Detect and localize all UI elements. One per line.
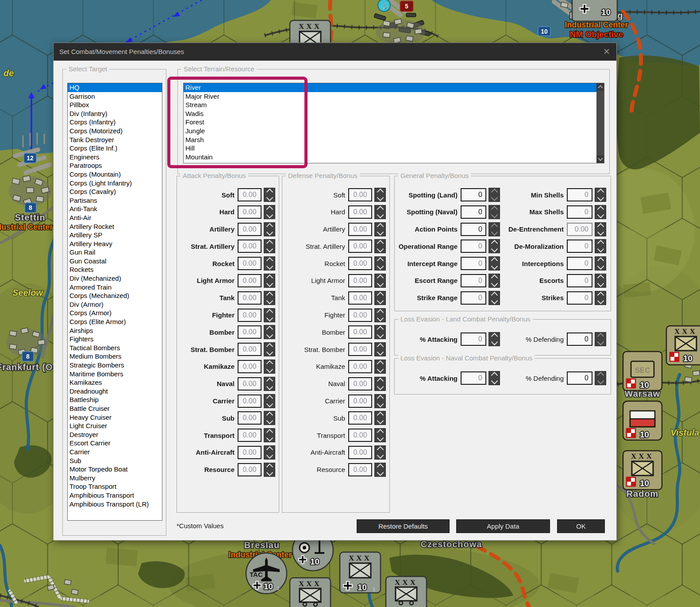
target-list-item[interactable]: Engineers bbox=[68, 153, 162, 162]
spinner[interactable] bbox=[374, 428, 386, 442]
spinner[interactable] bbox=[374, 445, 386, 460]
unit-konigsberg-chip[interactable]: 10 bbox=[572, 0, 617, 21]
spinner[interactable] bbox=[595, 205, 606, 219]
attack-value-input[interactable]: 0.00 bbox=[238, 411, 262, 425]
spinner[interactable] bbox=[264, 274, 275, 288]
terrain-scrollbar[interactable] bbox=[596, 83, 604, 163]
spinner[interactable] bbox=[264, 445, 275, 460]
defense-value-input[interactable]: 0.00 bbox=[348, 223, 372, 236]
target-list-item[interactable]: Battleship bbox=[68, 395, 162, 404]
spinner[interactable] bbox=[488, 205, 500, 219]
defense-value-input[interactable]: 0.00 bbox=[348, 429, 372, 442]
target-list-item[interactable]: Corps (Cavalry) bbox=[68, 187, 162, 196]
target-list-item[interactable]: Pillbox bbox=[68, 101, 162, 109]
spinner[interactable] bbox=[264, 325, 275, 339]
target-list-item[interactable]: Kamikazes bbox=[68, 378, 162, 387]
attack-value-input[interactable]: 0.00 bbox=[238, 343, 262, 356]
target-list-item[interactable]: Corps (Armor) bbox=[68, 309, 162, 317]
spinner[interactable] bbox=[264, 360, 275, 374]
attack-value-input[interactable]: 0.00 bbox=[238, 377, 262, 390]
target-list-item[interactable]: Light Cruiser bbox=[68, 421, 162, 430]
spinner[interactable] bbox=[595, 274, 606, 288]
loss-naval-attacking-input[interactable]: 0 bbox=[461, 371, 486, 385]
target-list-item[interactable]: Anti-Tank bbox=[68, 205, 162, 213]
target-list-item[interactable]: Airships bbox=[68, 326, 162, 335]
general-right-value-input[interactable]: 0 bbox=[567, 257, 592, 270]
unit-polish-corps-south[interactable]: XXX 10 bbox=[623, 451, 662, 490]
target-list-item[interactable]: Artillery Rocket bbox=[68, 222, 162, 231]
spinner[interactable] bbox=[374, 256, 386, 271]
attack-value-input[interactable]: 0.00 bbox=[238, 360, 262, 373]
spinner[interactable] bbox=[595, 188, 606, 202]
general-left-value-input[interactable]: 0 bbox=[461, 205, 486, 219]
defense-value-input[interactable]: 0.00 bbox=[348, 240, 372, 253]
spinner[interactable] bbox=[264, 205, 275, 219]
spinner[interactable] bbox=[264, 188, 275, 202]
attack-value-input[interactable]: 0.00 bbox=[238, 446, 262, 459]
loss-naval-defending-input[interactable]: 0 bbox=[567, 371, 592, 385]
defense-value-input[interactable]: 0.00 bbox=[348, 343, 372, 356]
general-right-value-input[interactable]: 0 bbox=[567, 274, 592, 287]
spinner[interactable] bbox=[595, 291, 606, 305]
defense-value-input[interactable]: 0.00 bbox=[348, 309, 372, 322]
target-list-item[interactable]: Corps (Mountain) bbox=[68, 170, 162, 179]
spinner[interactable] bbox=[488, 332, 500, 346]
spinner[interactable] bbox=[264, 256, 275, 271]
target-list-item[interactable]: Destroyer bbox=[68, 430, 162, 439]
unit-polish-security[interactable]: SEC 10 bbox=[623, 352, 662, 390]
target-list-item[interactable]: Corps (Infantry) bbox=[68, 118, 162, 127]
spinner[interactable] bbox=[374, 325, 386, 339]
target-list-item[interactable]: Amphibious Transport (LR) bbox=[68, 500, 162, 509]
target-list-item[interactable]: Maritime Bombers bbox=[68, 370, 162, 379]
spinner[interactable] bbox=[374, 411, 386, 425]
defense-value-input[interactable]: 0.00 bbox=[348, 325, 372, 339]
attack-value-input[interactable]: 0.00 bbox=[238, 188, 262, 201]
spinner[interactable] bbox=[374, 188, 386, 202]
target-list-item[interactable]: Mulberry bbox=[68, 474, 162, 483]
target-list-item[interactable]: Div (Infantry) bbox=[68, 109, 162, 118]
spinner[interactable] bbox=[488, 239, 500, 253]
target-list-item[interactable]: Corps (Elite Armor) bbox=[68, 317, 162, 326]
target-list-item[interactable]: Motor Torpedo Boat bbox=[68, 465, 162, 474]
general-left-value-input[interactable]: 0 bbox=[461, 188, 486, 201]
general-right-value-input[interactable]: 0 bbox=[567, 240, 592, 253]
spinner[interactable] bbox=[264, 428, 275, 442]
target-list-item[interactable]: Escort Carrier bbox=[68, 439, 162, 448]
spinner[interactable] bbox=[595, 371, 606, 385]
spinner[interactable] bbox=[374, 308, 386, 322]
spinner[interactable] bbox=[374, 342, 386, 356]
scroll-up-button[interactable] bbox=[596, 83, 604, 91]
target-list-item[interactable]: Troop Transport bbox=[68, 482, 162, 491]
spinner[interactable] bbox=[374, 463, 386, 477]
target-list-item[interactable]: Heavy Cruiser bbox=[68, 413, 162, 422]
spinner[interactable] bbox=[595, 222, 606, 236]
unit-polish-corps-north[interactable]: XXX 10 bbox=[666, 326, 700, 365]
target-list-item[interactable]: Div (Armor) bbox=[68, 300, 162, 309]
general-right-value-input[interactable]: 0 bbox=[567, 291, 592, 305]
spinner[interactable] bbox=[488, 188, 500, 202]
defense-value-input[interactable]: 0.00 bbox=[348, 377, 372, 390]
spinner[interactable] bbox=[374, 394, 386, 408]
target-list-item[interactable]: Medium Bombers bbox=[68, 352, 162, 361]
spinner[interactable] bbox=[374, 291, 386, 305]
target-list-item[interactable]: Artillery Heavy bbox=[68, 240, 162, 248]
target-list-item[interactable]: Garrison bbox=[68, 92, 162, 101]
attack-value-input[interactable]: 0.00 bbox=[238, 274, 262, 287]
defense-value-input[interactable]: 0.00 bbox=[348, 446, 372, 459]
close-icon[interactable]: ✕ bbox=[603, 43, 610, 61]
defense-value-input[interactable]: 0.00 bbox=[348, 411, 372, 425]
target-list-item[interactable]: Carrier bbox=[68, 448, 162, 456]
attack-value-input[interactable]: 0.00 bbox=[238, 429, 262, 442]
spinner[interactable] bbox=[374, 377, 386, 391]
defense-value-input[interactable]: 0.00 bbox=[348, 291, 372, 305]
target-list-item[interactable]: Fighters bbox=[68, 335, 162, 344]
attack-value-input[interactable]: 0.00 bbox=[238, 463, 262, 476]
defense-value-input[interactable]: 0.00 bbox=[348, 257, 372, 270]
spinner[interactable] bbox=[264, 463, 275, 477]
target-list-item[interactable]: Div (Mechanized) bbox=[68, 274, 162, 283]
spinner[interactable] bbox=[488, 274, 500, 288]
spinner[interactable] bbox=[374, 222, 386, 236]
spinner[interactable] bbox=[264, 308, 275, 322]
attack-value-input[interactable]: 0.00 bbox=[238, 394, 262, 408]
spinner[interactable] bbox=[374, 205, 386, 219]
